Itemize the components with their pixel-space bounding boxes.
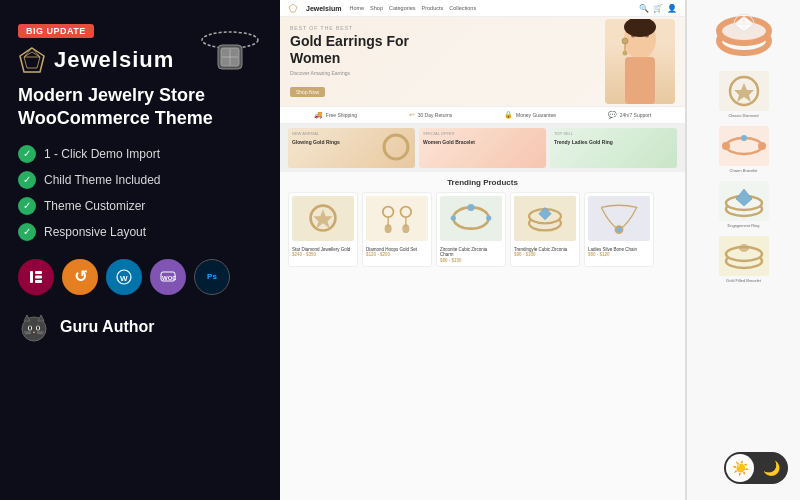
- feature-item-4: ✓ Responsive Layout: [18, 223, 262, 241]
- side-img-2: [719, 126, 769, 166]
- side-label-2: Charm Bracelet: [730, 168, 758, 173]
- preview-wrapper: Jewelsium Home Shop Categories Products …: [280, 0, 800, 500]
- product-price-5: $60 - $120: [588, 252, 650, 257]
- svg-point-36: [622, 38, 628, 44]
- svg-point-47: [402, 224, 409, 233]
- svg-point-44: [385, 224, 392, 233]
- side-ring-decoration: [691, 6, 796, 65]
- banner-1: NEW ARRIVAL Glowing Gold Rings: [288, 128, 415, 168]
- toggle-track[interactable]: ☀️ 🌙: [724, 452, 788, 484]
- hero-text: BEST OF THE BEST Gold Earrings For Women…: [290, 25, 605, 99]
- svg-point-23: [29, 326, 31, 330]
- svg-marker-64: [734, 83, 754, 102]
- feature-item-2: ✓ Child Theme Included: [18, 171, 262, 189]
- svg-point-56: [616, 227, 621, 232]
- svg-rect-13: [35, 280, 42, 283]
- product-card-2: Diamond Hoops Gold Set $120 - $200: [362, 192, 432, 267]
- banner-3-label: Trendy Ladies Gold Ring: [550, 136, 677, 148]
- support-icon: 💬: [608, 111, 617, 119]
- svg-rect-32: [625, 57, 655, 104]
- svg-point-66: [722, 142, 730, 150]
- svg-rect-11: [35, 271, 42, 274]
- svg-point-68: [741, 135, 747, 141]
- ring-decoration-svg: [714, 6, 774, 61]
- side-item-2: Charm Bracelet: [691, 126, 796, 173]
- product-card-3: Zirconite Cubic Zirconia Charm $80 - $15…: [436, 192, 506, 267]
- big-update-badge: Big Update: [18, 24, 94, 38]
- svg-point-51: [486, 215, 491, 220]
- svg-rect-12: [35, 275, 42, 278]
- page-container: Big Update Jewelsium Modern Jewelry Stor…: [0, 0, 800, 500]
- side-preview: Classic Diamond Charm Bracelet: [685, 0, 800, 500]
- svg-point-74: [739, 244, 749, 252]
- banner-2-label: Women Gold Bracelet: [419, 136, 546, 148]
- right-panel: Jewelsium Home Shop Categories Products …: [280, 0, 800, 500]
- svg-point-39: [384, 135, 408, 159]
- theme-nav-actions: 🔍 🛒 👤: [639, 4, 677, 13]
- product-price-1: $240 - $350: [292, 252, 354, 257]
- side-label-4: Gold Filled Bracelet: [726, 278, 761, 283]
- hero-woman-image: [605, 19, 675, 104]
- banners-row: NEW ARRIVAL Glowing Gold Rings SPECIAL O…: [280, 124, 685, 172]
- theme-nav: Jewelsium Home Shop Categories Products …: [280, 0, 685, 17]
- returns-icon: ↩: [409, 111, 415, 119]
- side-item-3: Engagement Ring: [691, 181, 796, 228]
- guru-author-icon: [18, 311, 50, 343]
- feature-guarantee: 🔒 Money Guarantee: [504, 111, 556, 119]
- theme-nav-items: Home Shop Categories Products Collection…: [349, 5, 476, 11]
- svg-point-67: [758, 142, 766, 150]
- feature-shipping: 🚚 Free Shipping: [314, 111, 357, 119]
- product-img-3: [440, 196, 502, 241]
- product-name-3: Zirconite Cubic Zirconia Charm: [440, 247, 502, 258]
- check-icon-1: ✓: [18, 145, 36, 163]
- elementor-badge: [18, 259, 54, 295]
- svg-point-24: [37, 326, 39, 330]
- side-img-3: [719, 181, 769, 221]
- product-img-2: [366, 196, 428, 241]
- theme-nav-logo: Jewelsium: [306, 5, 341, 12]
- side-item-1: Classic Diamond: [691, 71, 796, 118]
- svg-marker-30: [289, 4, 297, 12]
- author-row: Guru Author: [18, 311, 262, 343]
- banner-2: SPECIAL OFFER Women Gold Bracelet: [419, 128, 546, 168]
- left-panel: Big Update Jewelsium Modern Jewelry Stor…: [0, 0, 280, 500]
- product-card-1: Star Diamond Jewellery Gold $240 - $350: [288, 192, 358, 267]
- product-price-2: $120 - $200: [366, 252, 428, 257]
- customizer-badge: ↺: [62, 259, 98, 295]
- plugin-icons-row: ↺ W WOO Ps: [18, 259, 262, 295]
- feature-returns: ↩ 30 Day Returns: [409, 111, 453, 119]
- features-list: ✓ 1 - Click Demo Import ✓ Child Theme In…: [18, 145, 262, 241]
- author-label: Guru Author: [60, 318, 155, 336]
- product-img-5: [588, 196, 650, 241]
- side-label-3: Engagement Ring: [727, 223, 759, 228]
- product-img-1: [292, 196, 354, 241]
- necklace-decoration: [190, 10, 270, 100]
- side-item-4: Gold Filled Bracelet: [691, 236, 796, 283]
- svg-text:WOO: WOO: [162, 275, 176, 281]
- theme-nav-diamond: [288, 3, 298, 13]
- theme-hero: BEST OF THE BEST Gold Earrings For Women…: [280, 17, 685, 107]
- sun-icon: ☀️: [732, 460, 749, 476]
- feature-item-3: ✓ Theme Customizer: [18, 197, 262, 215]
- products-section: Trending Products Star Diamond Jewellery…: [280, 172, 685, 500]
- products-grid: Star Diamond Jewellery Gold $240 - $350: [288, 192, 677, 267]
- hero-cta-button[interactable]: Shop Now: [290, 87, 325, 97]
- hero-subtitle: Discover Amazing Earrings: [290, 70, 605, 76]
- product-price-3: $80 - $150: [440, 258, 502, 263]
- wordpress-badge: W: [106, 259, 142, 295]
- brand-name: Jewelsium: [54, 47, 174, 73]
- woocommerce-badge: WOO: [150, 259, 186, 295]
- section-title: Trending Products: [288, 178, 677, 187]
- side-label-1: Classic Diamond: [728, 113, 758, 118]
- svg-text:W: W: [120, 274, 128, 283]
- svg-point-38: [623, 51, 628, 56]
- side-img-4: [719, 236, 769, 276]
- main-preview: Jewelsium Home Shop Categories Products …: [280, 0, 685, 500]
- product-card-5: Ladies Silve Bone Chain $60 - $120: [584, 192, 654, 267]
- photoshop-badge: Ps: [194, 259, 230, 295]
- woman-svg: [605, 19, 675, 104]
- moon-icon: 🌙: [763, 460, 780, 476]
- theme-toggle[interactable]: ☀️ 🌙: [724, 452, 788, 484]
- feature-item-1: ✓ 1 - Click Demo Import: [18, 145, 262, 163]
- feature-support: 💬 24h/7 Support: [608, 111, 651, 119]
